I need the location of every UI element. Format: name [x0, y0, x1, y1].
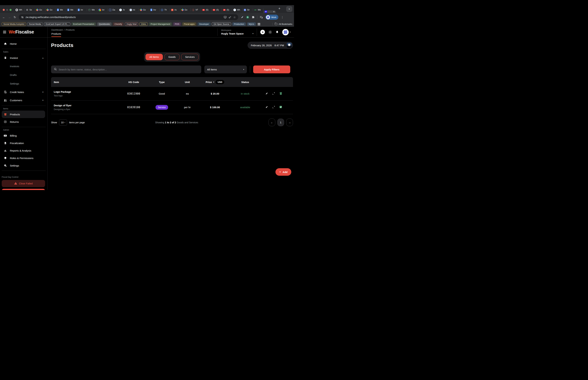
sidebar-item-returns[interactable]: Returns	[2, 118, 45, 126]
item-type-tab[interactable]: All Items	[146, 54, 163, 60]
sidebar-item-home[interactable]: Home	[2, 40, 45, 47]
checkbox-checked-icon[interactable]	[279, 105, 282, 109]
bookmark-group-chip[interactable]: Production	[232, 22, 246, 26]
item-filter-dropdown[interactable]: All Items ▾	[204, 65, 247, 73]
bookmark-group-chip[interactable]: Hugly Mail	[125, 22, 138, 26]
install-app-icon[interactable]	[224, 16, 227, 19]
browser-tab[interactable]: (5)	[222, 7, 232, 13]
apply-filters-button[interactable]: Apply Filters	[253, 65, 290, 73]
browser-tab[interactable]: Inr	[76, 7, 87, 13]
edit-pencil-icon[interactable]	[265, 92, 268, 95]
notifications-bell-icon[interactable]	[275, 30, 279, 34]
app-logo[interactable]: WeFiscalise	[9, 29, 34, 35]
bookmark-group-chip[interactable]: Social Media Autopilot	[2, 22, 26, 26]
sidebar-item-invoice[interactable]: Invoice ▴	[2, 54, 45, 62]
browser-tab[interactable]: Go	[35, 7, 45, 13]
browser-tab[interactable]: We	[56, 7, 66, 13]
extensions-icon[interactable]	[252, 16, 255, 19]
per-page-select[interactable]: 10 ▾	[59, 119, 67, 126]
bookmark-group-chip[interactable]: Social Media	[27, 22, 43, 26]
bookmark-group-chip[interactable]: Quickbooks	[97, 22, 112, 26]
fiscal-action-button-partial[interactable]	[2, 189, 45, 190]
browser-tab[interactable]: Se	[25, 7, 35, 13]
workspace-selector[interactable]: Workspace Hugly Team Space ▾	[221, 29, 253, 35]
sidebar-item-fiscalization[interactable]: $ Fiscalization	[2, 139, 45, 147]
quick-add-button[interactable]: +	[260, 30, 265, 34]
table-row[interactable]: Design of flyer Designing a flyer 010391…	[51, 100, 293, 114]
browser-tab[interactable]: Inr	[97, 7, 108, 13]
site-settings-icon[interactable]	[21, 16, 24, 19]
zoom-window-button[interactable]	[10, 9, 12, 11]
all-bookmarks-button[interactable]: All Bookmarks	[275, 23, 292, 25]
reload-icon[interactable]: ↻	[14, 16, 16, 19]
browser-tab[interactable]: Da	[108, 7, 118, 13]
apps-grid-icon[interactable]	[258, 23, 260, 25]
bookmark-group-chip[interactable]: POS	[173, 22, 181, 26]
bookmark-group-chip[interactable]: Developer	[198, 22, 211, 26]
prev-page-button[interactable]: ←	[268, 118, 275, 126]
minimize-window-button[interactable]	[6, 9, 8, 11]
new-tab-button[interactable]: +	[278, 7, 280, 10]
item-type-tab[interactable]: Services	[181, 54, 199, 60]
browser-tab[interactable]: Ar	[118, 7, 129, 13]
browser-menu-icon[interactable]: ⋮	[281, 16, 284, 19]
grammarly-icon[interactable]: G	[246, 16, 249, 19]
close-failed-button[interactable]: Close Failed	[2, 180, 45, 187]
bookmark-star-icon[interactable]: ☆	[233, 16, 236, 19]
browser-profile-chip[interactable]: Work	[266, 15, 278, 20]
window-controls[interactable]	[3, 9, 12, 11]
forward-icon[interactable]: →	[8, 16, 11, 19]
sidebar-item-settings[interactable]: Settings	[2, 162, 45, 169]
search-box[interactable]	[51, 65, 201, 73]
currency-badge[interactable]: USD	[216, 80, 224, 84]
media-controls-icon[interactable]	[260, 16, 263, 19]
browser-tab[interactable]: (5)	[211, 7, 222, 13]
column-header-price[interactable]: Price ▾ USD	[198, 80, 232, 84]
screenshot-pen-icon[interactable]	[241, 16, 244, 19]
address-bar[interactable]: zw.staging.wefiscalise.com/dashboard/pro…	[19, 14, 238, 20]
page-tab-products[interactable]: Products	[51, 33, 61, 37]
breadcrumb-products[interactable]: Products	[66, 29, 75, 31]
browser-tab[interactable]: We	[253, 7, 263, 13]
browser-tab[interactable]: Sir	[243, 7, 253, 13]
menu-hamburger-icon[interactable]	[3, 31, 6, 33]
sidebar-item-credit-notes[interactable]: Credit Notes ▾	[2, 88, 45, 96]
archive-box-icon[interactable]	[279, 92, 283, 95]
browser-tab[interactable]: Go	[180, 7, 191, 13]
close-tab-icon[interactable]: ✕	[273, 11, 275, 13]
bookmark-group-chip[interactable]: Fiscal apps	[182, 22, 196, 26]
expand-icon[interactable]	[272, 92, 275, 95]
sidebar-item-reports[interactable]: Reports & Analysis	[2, 147, 45, 154]
browser-tab[interactable]: mi	[129, 7, 139, 13]
tab-search-chevron-button[interactable]: ▾	[286, 6, 292, 12]
sidebar-item-invoices[interactable]: Invoices	[2, 62, 45, 71]
sort-caret-icon[interactable]: ▾	[213, 81, 214, 83]
browser-tab[interactable]: Go	[139, 7, 149, 13]
theme-sun-icon[interactable]	[268, 30, 272, 34]
add-product-button[interactable]: + Add	[275, 168, 291, 176]
edit-pencil-icon[interactable]	[265, 106, 268, 109]
sidebar-item-drafts[interactable]: Drafts	[2, 71, 45, 79]
bookmark-group-chip[interactable]: Zoho	[139, 22, 148, 26]
browser-tab[interactable]: We	[87, 7, 97, 13]
next-page-button[interactable]: →	[286, 118, 293, 126]
table-row[interactable]: Logo Package Test logo 03011900 Good ea …	[51, 87, 293, 100]
back-icon[interactable]: ←	[2, 16, 5, 19]
bookmark-group-chip[interactable]: Git Open Source	[212, 22, 231, 26]
sidebar-item-roles[interactable]: Roles & Permissions	[2, 154, 45, 162]
close-window-button[interactable]	[3, 9, 5, 11]
sidebar-item-invoice-settings[interactable]: Settings	[2, 79, 45, 88]
browser-tab[interactable]: Wh	[14, 7, 25, 13]
user-menu[interactable]: ▾	[282, 29, 291, 35]
sidebar-item-products[interactable]: Products	[2, 111, 45, 118]
expand-icon[interactable]	[272, 106, 275, 109]
password-key-icon[interactable]	[228, 16, 231, 19]
search-input[interactable]	[59, 68, 199, 71]
browser-tab[interactable]: VF	[191, 7, 201, 13]
bookmark-group-chip[interactable]: Project Management	[149, 22, 172, 26]
item-type-tab[interactable]: Goods	[165, 54, 180, 60]
browser-tab[interactable]: Inv	[149, 7, 160, 13]
sidebar-item-billing[interactable]: Billing	[2, 132, 45, 139]
bookmark-group-chip[interactable]: MyUs	[247, 22, 256, 26]
bookmark-group-chip[interactable]: EcoCash Presentation	[72, 22, 96, 26]
